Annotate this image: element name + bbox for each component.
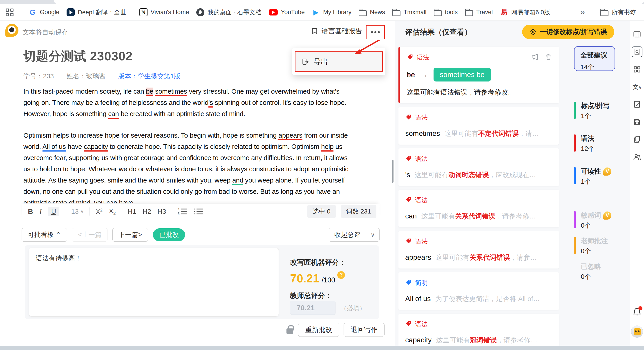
trash-icon[interactable] (544, 53, 552, 62)
suggestion-summary-row: appears这里可能有关系代词错误，请参… (405, 253, 552, 262)
unordered-list-icon[interactable] (194, 208, 203, 215)
teacher-score-input[interactable]: 70.21 (290, 301, 336, 315)
bookmark-item[interactable]: tools (434, 8, 458, 16)
bookmark-label: News (370, 9, 385, 16)
bookmark-item[interactable]: DeepL翻译：全世… (66, 8, 132, 16)
description-part: 这里可能有 (436, 254, 470, 261)
lock-icon[interactable] (286, 325, 294, 334)
suggestion-card[interactable]: 语法can这里可能有关系代词错误，请参考修… (398, 190, 559, 227)
suggestion-category-sidebar: 全部建议14个标点/拼写1个语法12个可读性V1个敏感词V0个老师批注0个已忽略… (574, 21, 628, 346)
suggestion-card[interactable]: 语法sometimes这里可能有不定代词错误，请… (398, 107, 559, 145)
megaphone-icon[interactable] (531, 53, 539, 62)
next-essay-button[interactable]: 下一篇> (112, 228, 148, 242)
replacement-suggestion[interactable]: sometimes be (434, 68, 491, 81)
suggestion-card[interactable]: 语法besometimes be这里可能有语法错误，请参考修改。 (398, 47, 559, 103)
notification-bell-icon[interactable] (632, 307, 642, 317)
bookmark-label: Travel (476, 9, 493, 16)
copy-doc-icon[interactable] (632, 134, 642, 145)
subscript-button[interactable]: X2 (109, 207, 116, 216)
bookmarks-overflow-chevron[interactable]: » (576, 7, 589, 17)
overall-review-panel: 语法有待提高！ 改写匠机器评分： 70.21 /100 ? 教师总评分： 70.… (25, 245, 379, 319)
bookmark-item[interactable]: 我的桌面 - 石墨文档 (196, 8, 262, 16)
bookmark-item[interactable]: Vivian's Home (140, 8, 189, 16)
toolbar-divider (65, 207, 65, 215)
underline-button[interactable]: U (48, 207, 59, 216)
italic-button[interactable]: I (39, 207, 42, 216)
version-link[interactable]: 版本：学生提交第1版 (118, 72, 180, 81)
google-icon (28, 8, 37, 16)
category-item[interactable]: 敏感词V0个 (574, 211, 624, 230)
bookmark-item[interactable]: 网易邮箱6.0版 (500, 8, 550, 16)
toolbar-divider (172, 207, 172, 215)
suggestion-card[interactable]: 语法's这里可能有动词时态错误，应改成现在… (398, 148, 559, 186)
teacher-comment-input[interactable]: 语法有待提高！ (29, 248, 279, 317)
category-item[interactable]: 老师批注0个 (574, 236, 624, 256)
card-header: 语法 (405, 320, 552, 329)
essay-text: be created with an optimistic state of m… (119, 110, 245, 117)
score-help-icon[interactable]: ? (337, 271, 345, 279)
return-writing-button[interactable]: 退回写作 (344, 323, 384, 337)
translate-icon[interactable]: 文A (632, 81, 642, 92)
editor-scrollbar-thumb[interactable] (392, 160, 394, 183)
heading1-button[interactable]: H1 (128, 208, 136, 215)
heading2-button[interactable]: H2 (142, 208, 151, 215)
grading-board-button[interactable]: 可批看板 ⌃ (22, 228, 67, 242)
collapse-summary-button[interactable]: 收起总评 ∨ (329, 228, 380, 242)
browser-chrome-top (0, 0, 644, 4)
font-size-dropdown[interactable]: 13∨ (71, 208, 84, 215)
bookmark-item[interactable]: Travel (465, 8, 493, 16)
save-icon[interactable] (632, 117, 642, 127)
bold-button[interactable]: B (28, 207, 33, 216)
apps-grid-icon[interactable] (632, 64, 642, 75)
description-part: 冠词错误 (470, 336, 497, 344)
report-check-icon[interactable] (632, 99, 642, 110)
suggestion-card[interactable]: 语法appears这里可能有关系代词错误，请参… (398, 231, 559, 269)
evaluation-panel: 评估结果（仅查看） 一键修改标点/拼写错误 语法besometimes be这里… (395, 21, 630, 346)
marked-word-red: 's (208, 99, 213, 108)
more-menu-button[interactable] (366, 25, 385, 39)
folder-icon (359, 10, 367, 16)
category-item[interactable]: 已忽略0个 (574, 262, 624, 281)
export-menu-item[interactable]: 导出 (295, 51, 383, 72)
target-word: appears (405, 253, 431, 262)
bookmarks-separator (593, 8, 593, 17)
card-header: 语法 (405, 155, 552, 163)
suggestion-card[interactable]: 简明All of us为了使表达更简洁，是否将 All of… (398, 272, 559, 310)
description-part: ，请参考修… (497, 336, 537, 344)
autosave-status: 文本将自动保存 (22, 28, 68, 37)
apps-grid-icon[interactable] (6, 8, 14, 16)
previous-essay-button[interactable]: <上一篇 (72, 228, 108, 242)
bookmark-label: YouTube (281, 9, 305, 16)
bookmark-item[interactable]: Google (28, 8, 59, 16)
folder-icon (434, 10, 442, 16)
language-report-button[interactable]: 语言基础报告 (311, 26, 362, 36)
export-dropdown: 导出 (292, 48, 386, 75)
description-part: 这里可能有 (415, 171, 448, 178)
ordered-list-icon[interactable] (178, 208, 188, 215)
essay-editor[interactable]: In this fast-paced modern society, life … (24, 86, 352, 203)
category-item[interactable]: 标点/拼写1个 (574, 101, 624, 121)
heading3-button[interactable]: H3 (158, 208, 166, 215)
category-item[interactable]: 可读性V1个 (574, 167, 624, 186)
category-label: 语法 (415, 113, 428, 122)
word-count-badge: 词数 231 (341, 205, 377, 218)
suggestion-summary-row: can这里可能有关系代词错误，请参考修… (405, 212, 552, 221)
doc-search-icon[interactable] (632, 46, 642, 57)
all-bookmarks-button[interactable]: 所有书签 (600, 8, 636, 16)
assistant-mascot-icon[interactable] (631, 326, 643, 338)
superscript-button[interactable]: X2 (96, 208, 102, 215)
team-icon[interactable] (632, 152, 642, 162)
target-word: All of us (405, 295, 431, 303)
bookmark-item[interactable]: News (359, 8, 385, 16)
bookmark-item[interactable]: YouTube (269, 9, 305, 16)
bookmark-item[interactable]: Tmxmall (392, 8, 426, 16)
language-report-label: 语言基础报告 (322, 26, 362, 36)
omnibox-bottom-edge (54, 0, 644, 4)
category-item[interactable]: 语法12个 (574, 134, 624, 153)
suggestion-card[interactable]: 语法capacity这里可能有冠词错误，请参考修… (398, 314, 559, 346)
rebatch-button[interactable]: 重新批改 (298, 323, 339, 337)
panel-toggle-icon[interactable] (632, 29, 642, 40)
category-all-suggestions[interactable]: 全部建议14个 (574, 46, 615, 71)
bookmark-item[interactable]: My Library (312, 8, 352, 16)
target-word: can (405, 212, 417, 220)
